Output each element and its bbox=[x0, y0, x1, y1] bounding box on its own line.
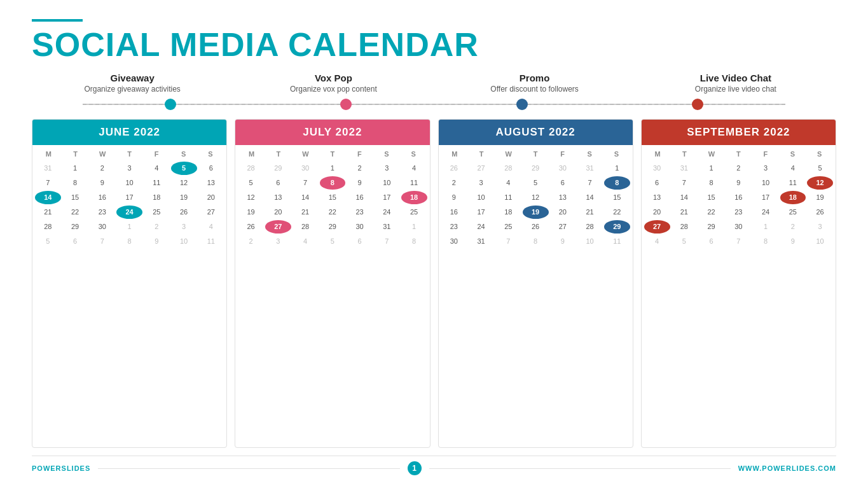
calendar-day: 4 bbox=[780, 162, 806, 175]
calendars-row: JUNE 2022MTWTFSS311234567891011121314151… bbox=[32, 119, 836, 448]
calendar-header-0: JUNE 2022 bbox=[32, 120, 226, 145]
calendar-day: 11 bbox=[780, 176, 806, 190]
calendar-day: 9 bbox=[441, 191, 467, 204]
calendar-day: 21 bbox=[672, 206, 698, 219]
category-sub-voxpop: Organize vox pop content bbox=[233, 85, 434, 94]
category-voxpop: Vox Pop Organize vox pop content bbox=[233, 73, 434, 94]
calendar-day: 19 bbox=[238, 206, 264, 219]
calendar-day: 13 bbox=[265, 191, 291, 204]
calendar-day: 4 bbox=[198, 220, 224, 234]
calendar-day: 4 bbox=[495, 176, 521, 190]
calendar-day: 7 bbox=[577, 176, 603, 190]
calendar-day: 5 bbox=[320, 235, 346, 248]
weekday-label: F bbox=[346, 149, 373, 159]
calendar-day: 7 bbox=[35, 176, 61, 190]
category-giveaway: Giveaway Organize giveaway activities bbox=[32, 73, 233, 94]
weekday-label: T bbox=[62, 149, 88, 159]
calendar-day: 7 bbox=[672, 176, 698, 190]
calendar-day: 24 bbox=[753, 206, 779, 219]
category-title-voxpop: Vox Pop bbox=[233, 73, 434, 83]
calendar-day: 26 bbox=[238, 220, 264, 234]
calendar-day: 28 bbox=[238, 162, 264, 175]
calendar-day: 9 bbox=[550, 235, 576, 248]
calendar-day: 24 bbox=[116, 206, 142, 219]
calendar-day: 2 bbox=[90, 162, 116, 175]
calendar-day: 1 bbox=[320, 162, 346, 175]
weekday-label: S bbox=[197, 149, 224, 159]
weekday-label: F bbox=[752, 149, 779, 159]
calendar-day: 1 bbox=[62, 162, 88, 175]
calendar-day: 28 bbox=[672, 220, 698, 234]
calendar-body-3: MTWTFSS303112345678910111213141516171819… bbox=[642, 145, 836, 447]
weekday-label: M bbox=[238, 149, 265, 159]
calendar-3: SEPTEMBER 2022MTWTFSS3031123456789101112… bbox=[641, 119, 836, 448]
calendar-day: 20 bbox=[265, 206, 291, 219]
timeline-dot-livechat bbox=[692, 99, 703, 110]
calendar-day: 7 bbox=[726, 235, 752, 248]
calendar-day: 2 bbox=[726, 162, 752, 175]
calendar-day: 10 bbox=[577, 235, 603, 248]
calendar-day: 1 bbox=[116, 220, 142, 234]
calendar-day: 9 bbox=[90, 176, 116, 190]
category-title-livechat: Live Video Chat bbox=[635, 73, 836, 83]
calendar-day: 29 bbox=[320, 220, 346, 234]
calendar-day: 7 bbox=[90, 235, 116, 248]
calendar-day: 2 bbox=[347, 162, 373, 175]
calendar-day: 2 bbox=[238, 235, 264, 248]
calendar-day: 28 bbox=[293, 220, 319, 234]
calendar-day: 29 bbox=[62, 220, 88, 234]
calendar-day: 29 bbox=[604, 220, 630, 234]
calendar-day: 6 bbox=[698, 235, 724, 248]
calendar-day: 21 bbox=[35, 206, 61, 219]
calendar-day: 11 bbox=[198, 235, 224, 248]
calendar-day: 28 bbox=[577, 220, 603, 234]
weekday-label: T bbox=[671, 149, 698, 159]
calendar-day: 1 bbox=[604, 162, 630, 175]
calendar-day: 10 bbox=[807, 235, 833, 248]
calendar-header-2: AUGUST 2022 bbox=[439, 120, 633, 145]
weekday-label: S bbox=[603, 149, 630, 159]
calendar-day: 20 bbox=[644, 206, 670, 219]
calendar-day: 16 bbox=[90, 191, 116, 204]
weekday-label: W bbox=[495, 149, 521, 159]
calendar-day: 26 bbox=[441, 162, 467, 175]
calendar-day: 23 bbox=[726, 206, 752, 219]
calendar-day: 18 bbox=[401, 191, 427, 204]
calendar-day: 8 bbox=[116, 235, 142, 248]
weekday-label: S bbox=[400, 149, 427, 159]
calendar-day: 19 bbox=[807, 191, 833, 204]
calendar-day: 14 bbox=[672, 191, 698, 204]
timeline-dot-voxpop bbox=[340, 99, 352, 110]
calendar-day: 2 bbox=[144, 220, 170, 234]
calendar-day: 25 bbox=[495, 220, 521, 234]
calendar-day: 30 bbox=[347, 220, 373, 234]
calendar-body-2: MTWTFSS262728293031123456789101112131415… bbox=[439, 145, 633, 447]
calendar-day: 17 bbox=[753, 191, 779, 204]
calendar-day: 6 bbox=[198, 162, 224, 175]
footer-page-number: 1 bbox=[408, 461, 422, 475]
calendar-day: 11 bbox=[144, 176, 170, 190]
weekday-label: S bbox=[170, 149, 196, 159]
calendar-day: 8 bbox=[320, 176, 346, 190]
calendar-day: 30 bbox=[550, 162, 576, 175]
calendar-day: 31 bbox=[577, 162, 603, 175]
category-livechat: Live Video Chat Organize live video chat bbox=[635, 73, 836, 94]
calendar-day: 12 bbox=[807, 176, 833, 190]
calendar-day: 18 bbox=[780, 191, 806, 204]
calendar-day: 6 bbox=[550, 176, 576, 190]
calendar-day: 4 bbox=[293, 235, 319, 248]
category-sub-promo: Offer discount to followers bbox=[434, 85, 635, 94]
category-promo: Promo Offer discount to followers bbox=[434, 73, 635, 94]
calendar-day: 27 bbox=[468, 162, 494, 175]
calendar-day: 24 bbox=[374, 206, 400, 219]
weekday-label: T bbox=[265, 149, 292, 159]
calendar-day: 6 bbox=[265, 176, 291, 190]
calendar-day: 2 bbox=[441, 176, 467, 190]
calendar-body-0: MTWTFSS311234567891011121314151617181920… bbox=[32, 145, 226, 447]
timeline-dot-promo bbox=[516, 99, 528, 110]
calendar-day: 29 bbox=[523, 162, 549, 175]
title-part1: SOCIAL MEDIA bbox=[32, 26, 288, 63]
calendar-day: 30 bbox=[726, 220, 752, 234]
calendar-day: 8 bbox=[698, 176, 724, 190]
calendar-day: 1 bbox=[401, 220, 427, 234]
